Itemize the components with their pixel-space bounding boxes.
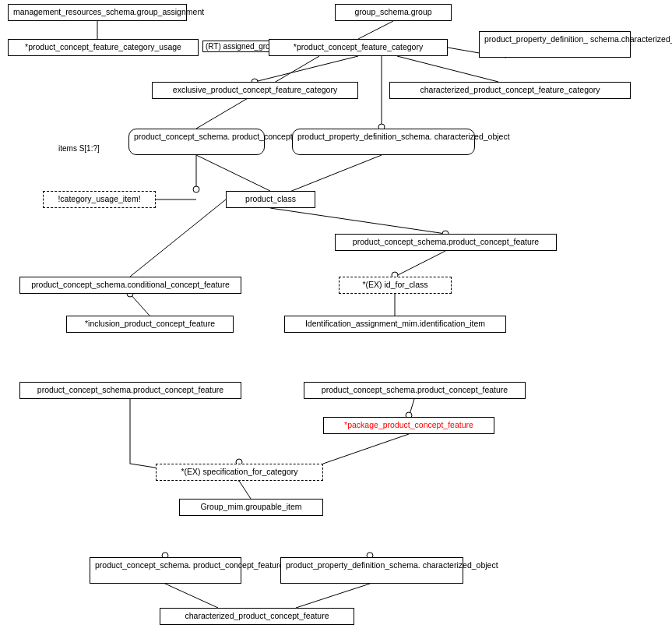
- svg-line-9: [196, 155, 270, 191]
- characterized-product-concept-feature-node: characterized_product_concept_feature: [160, 608, 354, 625]
- product-class-node: product_class: [226, 191, 315, 208]
- product-concept-feature-category-node: *product_concept_feature_category: [269, 39, 448, 56]
- svg-line-19: [323, 434, 409, 464]
- svg-point-24: [193, 186, 199, 192]
- svg-line-11: [270, 208, 445, 234]
- product-property-definition-schema-top-node: product_property_definition_ schema.char…: [479, 31, 631, 58]
- product-concept-schema-conditional-concept-feature-node: product_concept_schema.conditional_conce…: [19, 277, 241, 294]
- product-concept-schema-feature-bottom-left-node: product_concept_schema. product_concept_…: [90, 557, 241, 584]
- svg-line-22: [296, 584, 370, 608]
- svg-line-20: [239, 481, 251, 499]
- svg-line-21: [165, 584, 218, 608]
- id-for-class-node: *(EX) id_for_class: [339, 277, 452, 294]
- group-mim-groupable-item-node: Group_mim.groupable_item: [179, 499, 323, 516]
- product-concept-schema-feature-left-node: product_concept_schema.product_concept_f…: [19, 382, 241, 399]
- specification-for-category-node: *(EX) specification_for_category: [156, 464, 323, 481]
- product-concept-schema-feature-right-node: product_concept_schema.product_concept_f…: [304, 382, 526, 399]
- product-property-definition-schema-mid-node: product_property_definition_schema. char…: [292, 129, 475, 155]
- group-schema-node: group_schema.group: [335, 4, 452, 21]
- svg-line-3: [255, 56, 358, 82]
- svg-line-12: [395, 251, 445, 277]
- svg-line-18: [409, 399, 414, 417]
- management-resources-node: management_resources_schema.group_assign…: [8, 4, 187, 21]
- diagram-container: management_resources_schema.group_assign…: [0, 0, 672, 639]
- identification-assignment-mim-node: Identification_assignment_mim.identifica…: [284, 316, 506, 333]
- svg-line-13: [130, 199, 226, 277]
- inclusion-product-concept-feature-node: *inclusion_product_concept_feature: [66, 316, 234, 333]
- product-concept-schema-product-concept-node: product_concept_schema. product_concept: [128, 129, 265, 155]
- product-property-definition-schema-bottom-node: product_property_definition_schema. char…: [280, 557, 463, 584]
- items-label: items S[1:?]: [58, 144, 100, 153]
- svg-line-14: [130, 294, 150, 316]
- package-product-concept-feature-node: *package_product_concept_feature: [323, 417, 494, 434]
- product-concept-feature-category-usage-node: *product_concept_feature_category_usage: [8, 39, 199, 56]
- category-usage-item-node: !category_usage_item!: [43, 191, 156, 208]
- exclusive-product-concept-feature-category-node: exclusive_product_concept_feature_catego…: [152, 82, 358, 99]
- characterized-product-concept-feature-category-node: characterized_product_concept_feature_ca…: [389, 82, 631, 99]
- product-concept-schema-product-concept-feature-node: product_concept_schema.product_concept_f…: [335, 234, 557, 251]
- svg-line-1: [358, 21, 393, 39]
- svg-line-4: [397, 56, 498, 82]
